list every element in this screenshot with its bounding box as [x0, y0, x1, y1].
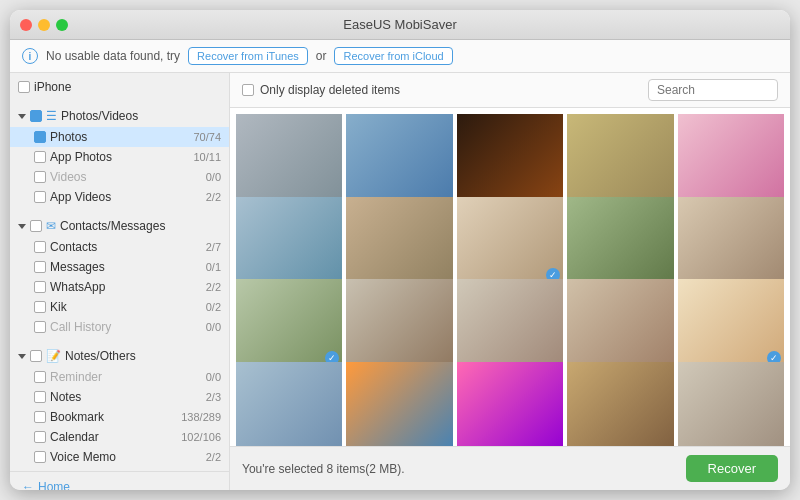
photo-item-10[interactable] — [678, 197, 784, 286]
calendar-label: Calendar — [50, 430, 181, 444]
notes-checkbox[interactable] — [34, 391, 46, 403]
calendar-checkbox[interactable] — [34, 431, 46, 443]
sidebar-item-whatsapp[interactable]: WhatsApp 2/2 — [10, 277, 229, 297]
photo-item-19[interactable] — [567, 362, 673, 447]
contacts-messages-label: Contacts/Messages — [60, 219, 165, 233]
traffic-lights — [20, 19, 68, 31]
app-photos-checkbox[interactable] — [34, 151, 46, 163]
contacts-messages-icon: ✉ — [46, 219, 56, 233]
iphone-label: iPhone — [34, 80, 221, 94]
sidebar-item-messages[interactable]: Messages 0/1 — [10, 257, 229, 277]
photo-item-6[interactable] — [236, 197, 342, 286]
content-area: Only display deleted items ✓✓✓ You're se… — [230, 73, 790, 490]
photo-item-14[interactable] — [567, 279, 673, 368]
app-videos-checkbox[interactable] — [34, 191, 46, 203]
notes-others-header[interactable]: 📝 Notes/Others — [10, 345, 229, 367]
photo-item-20[interactable] — [678, 362, 784, 447]
photo-item-18[interactable] — [457, 362, 563, 447]
voice-memo-checkbox[interactable] — [34, 451, 46, 463]
photos-checkbox[interactable] — [34, 131, 46, 143]
notes-others-checkbox[interactable] — [30, 350, 42, 362]
app-videos-count: 2/2 — [206, 191, 221, 203]
recover-button[interactable]: Recover — [686, 455, 778, 482]
whatsapp-checkbox[interactable] — [34, 281, 46, 293]
sidebar-footer: ← Home — [10, 471, 229, 490]
search-input[interactable] — [648, 79, 778, 101]
app-window: EaseUS MobiSaver i No usable data found,… — [10, 10, 790, 490]
home-arrow-icon: ← — [22, 480, 34, 490]
sidebar-item-reminder[interactable]: Reminder 0/0 — [10, 367, 229, 387]
photo-item-8[interactable]: ✓ — [457, 197, 563, 286]
sidebar-item-call-history[interactable]: Call History 0/0 — [10, 317, 229, 337]
sidebar-item-app-videos[interactable]: App Videos 2/2 — [10, 187, 229, 207]
sidebar-item-calendar[interactable]: Calendar 102/106 — [10, 427, 229, 447]
voice-memo-label: Voice Memo — [50, 450, 206, 464]
photos-videos-label: Photos/Videos — [61, 109, 138, 123]
contacts-messages-header[interactable]: ✉ Contacts/Messages — [10, 215, 229, 237]
kik-count: 0/2 — [206, 301, 221, 313]
app-photos-label: App Photos — [50, 150, 193, 164]
notes-count: 2/3 — [206, 391, 221, 403]
call-history-count: 0/0 — [206, 321, 221, 333]
reminder-label: Reminder — [50, 370, 206, 384]
photo-item-7[interactable] — [346, 197, 452, 286]
photo-item-2[interactable] — [346, 114, 452, 203]
sidebar-item-photos[interactable]: Photos 70/74 — [10, 127, 229, 147]
call-history-checkbox[interactable] — [34, 321, 46, 333]
contacts-checkbox[interactable] — [34, 241, 46, 253]
contacts-messages-checkbox[interactable] — [30, 220, 42, 232]
maximize-button[interactable] — [56, 19, 68, 31]
photo-item-15[interactable]: ✓ — [678, 279, 784, 368]
photos-videos-section: ☰ Photos/Videos Photos 70/74 App Photos … — [10, 101, 229, 211]
photos-videos-header[interactable]: ☰ Photos/Videos — [10, 105, 229, 127]
photo-item-3[interactable] — [457, 114, 563, 203]
bookmark-label: Bookmark — [50, 410, 181, 424]
photo-item-13[interactable] — [457, 279, 563, 368]
voice-memo-count: 2/2 — [206, 451, 221, 463]
whatsapp-label: WhatsApp — [50, 280, 206, 294]
sidebar-item-bookmark[interactable]: Bookmark 138/289 — [10, 407, 229, 427]
sidebar-item-iphone[interactable]: iPhone — [10, 77, 229, 97]
photo-item-11[interactable]: ✓ — [236, 279, 342, 368]
photo-item-5[interactable] — [678, 114, 784, 203]
sidebar-item-app-photos[interactable]: App Photos 10/11 — [10, 147, 229, 167]
status-text: You're selected 8 items(2 MB). — [242, 462, 405, 476]
notes-others-label: Notes/Others — [65, 349, 136, 363]
app-photos-count: 10/11 — [193, 151, 221, 163]
recover-from-itunes-button[interactable]: Recover from iTunes — [188, 47, 308, 65]
close-button[interactable] — [20, 19, 32, 31]
home-button[interactable]: ← Home — [22, 480, 217, 490]
photo-item-12[interactable] — [346, 279, 452, 368]
photo-item-4[interactable] — [567, 114, 673, 203]
messages-checkbox[interactable] — [34, 261, 46, 273]
videos-count: 0/0 — [206, 171, 221, 183]
reminder-count: 0/0 — [206, 371, 221, 383]
photo-item-9[interactable] — [567, 197, 673, 286]
expand-icon — [18, 114, 26, 119]
photo-item-17[interactable] — [346, 362, 452, 447]
iphone-checkbox[interactable] — [18, 81, 30, 93]
only-deleted-toggle[interactable]: Only display deleted items — [242, 83, 400, 97]
recover-from-icloud-button[interactable]: Recover from iCloud — [334, 47, 452, 65]
main-content: iPhone ☰ Photos/Videos Photos 70/74 — [10, 73, 790, 490]
videos-checkbox[interactable] — [34, 171, 46, 183]
videos-label: Videos — [50, 170, 206, 184]
reminder-checkbox[interactable] — [34, 371, 46, 383]
call-history-label: Call History — [50, 320, 206, 334]
sidebar-item-kik[interactable]: Kik 0/2 — [10, 297, 229, 317]
photo-item-16[interactable] — [236, 362, 342, 447]
sidebar-item-voice-memo[interactable]: Voice Memo 2/2 — [10, 447, 229, 467]
photos-videos-checkbox[interactable] — [30, 110, 42, 122]
sidebar-item-notes[interactable]: Notes 2/3 — [10, 387, 229, 407]
calendar-count: 102/106 — [181, 431, 221, 443]
content-footer: You're selected 8 items(2 MB). Recover — [230, 446, 790, 490]
bookmark-checkbox[interactable] — [34, 411, 46, 423]
info-message: No usable data found, try — [46, 49, 180, 63]
only-deleted-checkbox[interactable] — [242, 84, 254, 96]
sidebar-item-contacts[interactable]: Contacts 2/7 — [10, 237, 229, 257]
sidebar-item-videos[interactable]: Videos 0/0 — [10, 167, 229, 187]
photo-item-1[interactable] — [236, 114, 342, 203]
minimize-button[interactable] — [38, 19, 50, 31]
iphone-section: iPhone — [10, 73, 229, 101]
kik-checkbox[interactable] — [34, 301, 46, 313]
